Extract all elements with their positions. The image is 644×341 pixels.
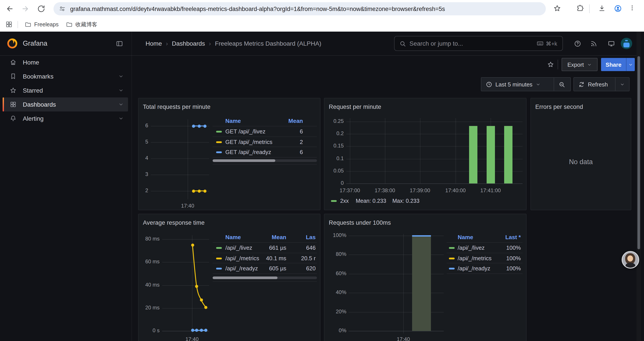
sidebar-item-label: Bookmarks (23, 73, 54, 80)
profile-icon[interactable] (614, 5, 622, 13)
panel-requests-under-100ms: Requests under 100ms 100%80%60%40%20%0%1… (324, 214, 526, 341)
assistant-avatar-widget[interactable] (622, 251, 639, 269)
favorite-star-icon[interactable] (547, 61, 554, 68)
bookmark-folder-blogs[interactable]: 收藏博客 (66, 20, 97, 29)
legend-row[interactable]: GET /api/_/readyz6 (212, 147, 317, 157)
page-scrollbar[interactable] (636, 32, 641, 341)
collapse-sidebar-icon[interactable] (116, 40, 123, 47)
monitor-icon[interactable] (608, 40, 615, 47)
breadcrumb-home[interactable]: Home (146, 40, 162, 47)
toolbar-divider (558, 60, 558, 69)
sidebar-item-bookmarks[interactable]: Bookmarks (3, 69, 128, 83)
sidebar-item-starred[interactable]: Starred (3, 83, 128, 97)
legend-header[interactable]: Name (225, 118, 241, 124)
legend-cell: 646 (259, 244, 316, 251)
browser-menu-icon[interactable] (629, 5, 636, 12)
legend-scrollbar-thumb[interactable] (212, 276, 278, 279)
time-range-picker[interactable]: Last 5 minutes (481, 78, 554, 91)
legend-row[interactable]: /api/_/metrics100% (447, 253, 522, 263)
clock-icon (486, 81, 492, 88)
legend-chip (216, 268, 222, 269)
refresh-interval-dropdown[interactable] (615, 78, 629, 91)
folder-icon (24, 21, 32, 28)
legend-row[interactable]: GET /api/_/livez6 (212, 127, 317, 137)
bookmark-folder-freeleaps[interactable]: Freeleaps (24, 20, 58, 29)
avatar-glyph (625, 40, 628, 41)
legend-cell: 100% (464, 265, 521, 272)
url-text[interactable]: grafana.mathmast.com/d/deytv4rwavabkb/fr… (70, 6, 445, 12)
avatar-image (626, 263, 635, 269)
search-shortcut: ⌘+k (536, 40, 557, 47)
legend-series-name[interactable]: 2xx (340, 198, 349, 204)
panel-title[interactable]: Errors per second (535, 104, 583, 110)
zoom-out-button[interactable] (554, 78, 570, 91)
extensions-icon[interactable] (576, 5, 584, 12)
screen: grafana.mathmast.com/d/deytv4rwavabkb/fr… (0, 0, 644, 341)
refresh-sync-icon (578, 81, 585, 88)
gridline-h (346, 183, 522, 184)
x-tick-label: 17:37:00 (334, 187, 365, 194)
legend-chip (216, 247, 222, 249)
legend-scrollbar-thumb[interactable] (212, 159, 275, 162)
chevron-down-icon[interactable] (118, 74, 124, 79)
time-controls: Last 5 minutes (481, 77, 571, 91)
legend-header[interactable]: Las (259, 234, 316, 240)
legend-row[interactable]: /api/_/livez661 µs646 (212, 243, 317, 253)
search-input[interactable]: Search or jump to... ⌘+k (394, 36, 563, 51)
chevron-down-icon[interactable] (118, 102, 124, 107)
bar (486, 126, 495, 183)
bookmark-icon (10, 73, 17, 80)
user-avatar[interactable] (621, 38, 632, 49)
help-icon[interactable] (574, 40, 581, 47)
sidebar-item-dashboards[interactable]: Dashboards (3, 97, 128, 112)
y-tick-label: 0.05 (324, 168, 344, 174)
export-button[interactable]: Export (562, 58, 598, 71)
avatar-image (627, 255, 633, 261)
legend-row[interactable]: /api/_/metrics40.1 ms20.5 r (212, 253, 317, 263)
legend-row[interactable]: /api/_/livez100% (447, 243, 522, 253)
legend-header[interactable]: Mean (246, 118, 303, 124)
bar (504, 126, 512, 183)
request-per-minute-legend[interactable]: 2xx Mean: 0.233 Max: 0.233 (331, 198, 420, 204)
legend-chip (331, 200, 337, 202)
gridline-h (346, 171, 522, 172)
sidebar-item-home[interactable]: Home (3, 55, 128, 69)
y-tick-label: 0.25 (324, 118, 344, 124)
page-scrollbar-thumb[interactable] (638, 56, 640, 249)
folder-icon (66, 21, 73, 28)
grafana-logo[interactable] (6, 38, 18, 49)
legend-header[interactable]: Last * (464, 234, 521, 240)
legend-row[interactable]: /api/_/readyz100% (447, 263, 522, 274)
legend-row[interactable]: /api/_/readyz605 µs620 (212, 263, 317, 274)
sidebar-item-alerting[interactable]: Alerting (3, 112, 128, 126)
apps-grid-icon[interactable] (5, 21, 13, 28)
chevron-down-icon (620, 82, 625, 87)
panel-average-response-time: Average response time 80 ms60 ms40 ms20 … (138, 214, 320, 341)
legend-row[interactable]: GET /api/_/metrics2 (212, 137, 317, 147)
forward-icon[interactable] (21, 5, 30, 13)
legend-cell: 2 (246, 138, 303, 145)
legend-separator (212, 281, 317, 282)
share-button[interactable]: Share (601, 58, 626, 71)
legend-chip (449, 257, 454, 259)
chevron-down-icon[interactable] (118, 116, 124, 121)
legend-cell: 100% (464, 255, 521, 261)
bell-icon (10, 115, 17, 122)
tune-icon[interactable] (59, 5, 66, 12)
breadcrumb-current: Freeleaps Metrics Dashboard (ALPHA) (215, 40, 321, 47)
chevron-down-icon (587, 62, 592, 67)
refresh-button[interactable]: Refresh (574, 78, 615, 91)
bookmark-star-icon[interactable] (553, 5, 561, 12)
legend-separator (212, 126, 317, 126)
rss-icon[interactable] (590, 40, 598, 47)
request-per-minute-chart[interactable]: 0.250.20.150.10.05017:37:0017:38:0017:39… (324, 98, 526, 210)
grafana-brand[interactable]: Grafana (23, 40, 47, 47)
breadcrumb-dashboards[interactable]: Dashboards (172, 40, 205, 47)
back-icon[interactable] (5, 5, 14, 13)
breadcrumb-separator: › (166, 40, 168, 47)
reload-icon[interactable] (37, 5, 46, 13)
address-bar[interactable]: grafana.mathmast.com/d/deytv4rwavabkb/fr… (54, 2, 546, 15)
share-dropdown-button[interactable] (626, 58, 635, 71)
chevron-down-icon[interactable] (118, 88, 124, 93)
download-icon[interactable] (598, 5, 606, 12)
